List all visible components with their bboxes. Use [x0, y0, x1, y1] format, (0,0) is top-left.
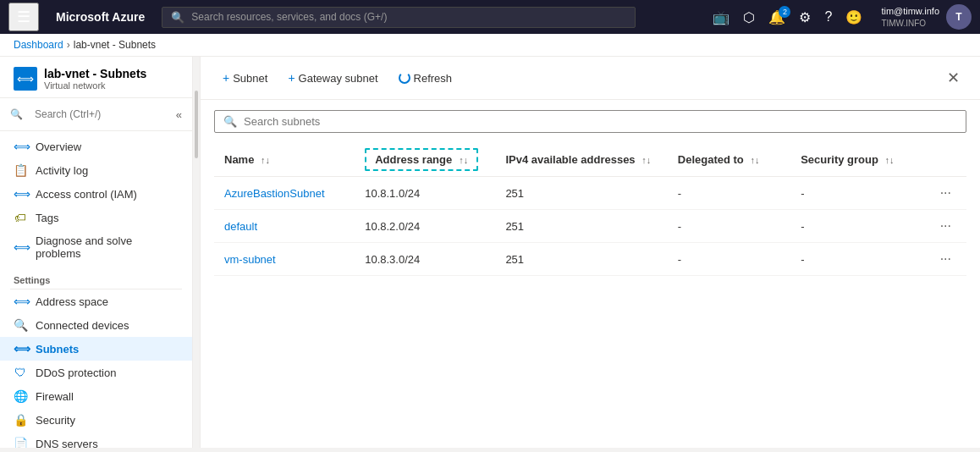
sidebar-item-dns-servers[interactable]: 📄 DNS servers — [0, 432, 192, 448]
firewall-icon: 🌐 — [14, 389, 27, 403]
sidebar-item-tags[interactable]: 🏷 Tags — [0, 206, 192, 229]
cell-delegated-0: - — [668, 177, 790, 210]
sidebar-item-connected-devices[interactable]: 🔍 Connected devices — [0, 313, 192, 337]
tags-icon: 🏷 — [14, 211, 27, 224]
cloud-shell-button[interactable]: 📺 — [707, 6, 735, 29]
table-row: AzureBastionSubnet 10.8.1.0/24 251 - - ·… — [214, 177, 966, 210]
close-button[interactable]: ✕ — [940, 65, 966, 91]
subnets-table: Name ↑↓ Address range ↑↓ IPv4 available … — [214, 143, 966, 276]
breadcrumb: Dashboard › lab-vnet - Subnets — [0, 34, 980, 57]
table-row: default 10.8.2.0/24 251 - - ··· — [214, 210, 966, 243]
cell-security-2: - — [790, 243, 913, 276]
col-header-delegated[interactable]: Delegated to ↑↓ — [668, 143, 790, 177]
cell-actions-2: ··· — [914, 243, 966, 276]
add-subnet-button[interactable]: + Subnet — [214, 67, 276, 89]
portal-settings-button[interactable]: ⬡ — [738, 6, 760, 29]
ddos-icon: 🛡 — [14, 366, 27, 379]
breadcrumb-item-dashboard[interactable]: Dashboard — [14, 39, 63, 51]
cell-delegated-2: - — [668, 243, 790, 276]
toolbar: + Subnet + Gateway subnet Refresh ✕ — [201, 57, 980, 100]
address-range-highlighted-header: Address range ↑↓ — [365, 148, 478, 171]
avatar[interactable]: T — [946, 4, 972, 30]
top-navbar: ☰ Microsoft Azure 🔍 📺 ⬡ 🔔 2 ⚙ ? 🙂 tim@ti… — [0, 0, 980, 34]
search-subnets-bar[interactable]: 🔍 — [214, 110, 966, 133]
sidebar-item-label: Tags — [36, 212, 58, 224]
cell-actions-1: ··· — [914, 210, 966, 243]
cell-ipv4-2: 251 — [495, 243, 667, 276]
cell-name-2[interactable]: vm-subnet — [214, 243, 355, 276]
sidebar-item-label: Security — [36, 414, 75, 427]
sidebar-search-icon: 🔍 — [10, 108, 23, 120]
user-org: TIMW.INFO — [881, 18, 939, 29]
add-gateway-label: Gateway subnet — [299, 72, 378, 85]
hamburger-icon: ☰ — [17, 8, 30, 25]
col-header-security[interactable]: Security group ↑↓ — [790, 143, 913, 177]
feedback-button[interactable]: 🙂 — [840, 6, 867, 29]
col-header-name[interactable]: Name ↑↓ — [214, 143, 355, 177]
overview-icon: ⟺ — [14, 140, 27, 153]
sidebar-item-ddos-protection[interactable]: 🛡 DDoS protection — [0, 361, 192, 384]
sidebar-item-activity-log[interactable]: 📋 Activity log — [0, 158, 192, 182]
sidebar-title: lab-vnet - Subnets — [44, 67, 146, 80]
global-search-bar[interactable]: 🔍 — [162, 7, 636, 28]
sidebar-item-label: Overview — [36, 141, 81, 153]
help-button[interactable]: ? — [819, 6, 837, 28]
main-layout: ⟺ lab-vnet - Subnets Virtual network 🔍 « — [0, 57, 980, 448]
dns-icon: 📄 — [14, 437, 27, 448]
sidebar-item-security[interactable]: 🔒 Security — [0, 408, 192, 432]
sort-icon-ipv4: ↑↓ — [641, 155, 651, 165]
row-actions-button-0[interactable]: ··· — [935, 184, 956, 202]
access-control-icon: ⟺ — [14, 187, 27, 201]
search-subnets-input[interactable] — [244, 115, 957, 128]
sort-icon-delegated: ↑↓ — [750, 155, 759, 165]
sidebar-item-subnets[interactable]: ⟺ Subnets — [0, 337, 192, 361]
sidebar-item-overview[interactable]: ⟺ Overview — [0, 135, 192, 158]
breadcrumb-separator: › — [67, 39, 70, 51]
user-info: tim@timw.info TIMW.INFO — [881, 5, 939, 28]
refresh-icon — [399, 72, 410, 84]
sidebar-scrollbar[interactable] — [193, 57, 200, 448]
add-subnet-label: Subnet — [233, 72, 267, 85]
global-search-input[interactable] — [191, 11, 626, 23]
sidebar-header: ⟺ lab-vnet - Subnets Virtual network — [0, 57, 192, 98]
cell-address-0: 10.8.1.0/24 — [355, 177, 495, 210]
sidebar-item-address-space[interactable]: ⟺ Address space — [0, 289, 192, 313]
add-gateway-subnet-button[interactable]: + Gateway subnet — [279, 67, 386, 89]
refresh-button[interactable]: Refresh — [390, 68, 461, 89]
row-actions-button-1[interactable]: ··· — [935, 217, 956, 235]
add-gateway-icon: + — [288, 71, 295, 85]
cell-ipv4-0: 251 — [495, 177, 667, 210]
cell-name-1[interactable]: default — [214, 210, 355, 243]
cell-name-0[interactable]: AzureBastionSubnet — [214, 177, 355, 210]
security-icon: 🔒 — [14, 413, 27, 427]
col-header-ipv4[interactable]: IPv4 available addresses ↑↓ — [495, 143, 667, 177]
sidebar-subtitle: Virtual network — [44, 80, 146, 91]
row-actions-button-2[interactable]: ··· — [935, 250, 956, 268]
table-header: Name ↑↓ Address range ↑↓ IPv4 available … — [214, 143, 966, 177]
breadcrumb-current: lab-vnet - Subnets — [74, 39, 156, 51]
sidebar-search-input[interactable] — [28, 105, 171, 124]
sidebar: ⟺ lab-vnet - Subnets Virtual network 🔍 « — [0, 57, 193, 448]
sidebar-item-firewall[interactable]: 🌐 Firewall — [0, 384, 192, 408]
sidebar-item-label: DNS servers — [36, 438, 98, 449]
hamburger-button[interactable]: ☰ — [8, 3, 39, 31]
user-name: tim@timw.info — [881, 5, 939, 17]
search-icon: 🔍 — [171, 11, 184, 24]
sidebar-collapse-button[interactable]: « — [176, 108, 182, 121]
sort-icon-name: ↑↓ — [261, 155, 270, 165]
sidebar-nav: ⟺ Overview 📋 Activity log ⟺ Access contr… — [0, 131, 192, 448]
sidebar-item-diagnose[interactable]: ⟺ Diagnose and solve problems — [0, 229, 192, 265]
brand-label: Microsoft Azure — [46, 10, 155, 24]
subnets-icon: ⟺ — [14, 342, 27, 356]
col-header-address-range[interactable]: Address range ↑↓ — [355, 143, 495, 177]
sort-icon-security: ↑↓ — [885, 155, 895, 165]
user-section[interactable]: tim@timw.info TIMW.INFO T — [874, 4, 972, 30]
sidebar-item-access-control[interactable]: ⟺ Access control (IAM) — [0, 182, 192, 206]
connected-devices-icon: 🔍 — [14, 318, 27, 332]
content-area: + Subnet + Gateway subnet Refresh ✕ 🔍 — [201, 57, 980, 448]
cell-delegated-1: - — [668, 210, 790, 243]
top-nav-icons: 📺 ⬡ 🔔 2 ⚙ ? 🙂 — [707, 6, 867, 29]
cell-ipv4-1: 251 — [495, 210, 667, 243]
notifications-button[interactable]: 🔔 2 — [763, 6, 790, 29]
settings-button[interactable]: ⚙ — [794, 6, 816, 29]
